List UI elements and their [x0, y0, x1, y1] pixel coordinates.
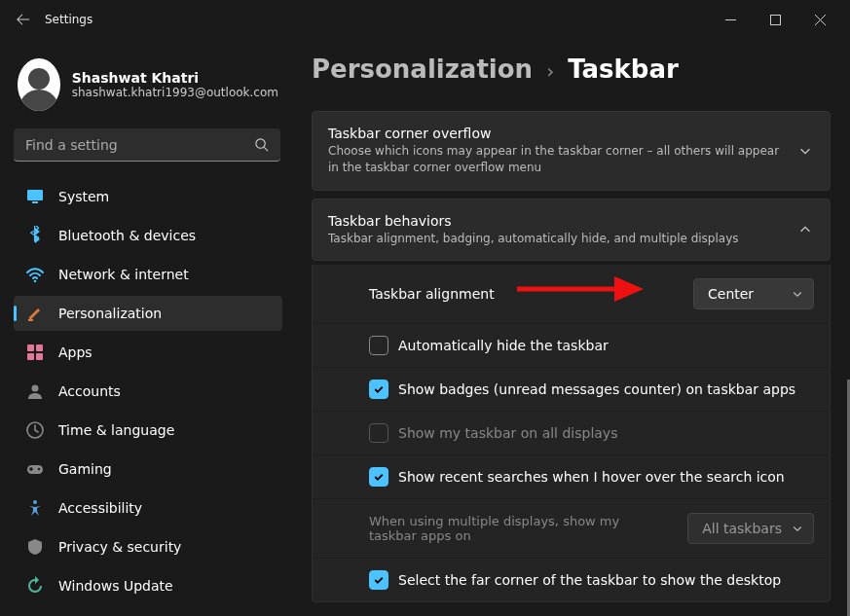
row-show-badges[interactable]: Show badges (unread messages counter) on…: [313, 368, 830, 412]
svg-rect-6: [27, 344, 34, 351]
bluetooth-icon: [25, 226, 45, 245]
svg-rect-7: [36, 344, 43, 351]
sidebar-item-label: Bluetooth & devices: [58, 228, 196, 243]
maximize-button[interactable]: [753, 4, 797, 35]
svg-point-13: [38, 468, 40, 470]
wifi-icon: [25, 265, 45, 284]
sidebar-item-label: Accessibility: [58, 500, 142, 516]
option-label: Automatically hide the taskbar: [398, 338, 609, 353]
apps-icon: [25, 343, 45, 362]
row-far-corner[interactable]: Select the far corner of the taskbar to …: [313, 559, 830, 601]
sidebar-item-bluetooth-devices[interactable]: Bluetooth & devices: [14, 218, 282, 253]
breadcrumb-current: Taskbar: [568, 54, 679, 84]
svg-marker-16: [614, 276, 644, 302]
sidebar-item-label: Network & internet: [58, 267, 189, 282]
svg-point-4: [34, 280, 37, 283]
card-title: Taskbar behaviors: [328, 213, 783, 229]
checkbox[interactable]: [369, 570, 388, 590]
sidebar-item-label: System: [58, 189, 109, 204]
chevron-down-icon: [792, 288, 803, 300]
sidebar-item-accessibility[interactable]: Accessibility: [14, 490, 282, 525]
svg-point-10: [32, 385, 39, 392]
svg-rect-8: [27, 353, 34, 360]
annotation-arrow: [517, 274, 644, 304]
checkbox: [369, 423, 388, 443]
profile-email: shashwat.khatri1993@outlook.com: [72, 86, 278, 99]
back-button[interactable]: [8, 4, 39, 35]
card-taskbar-behaviors[interactable]: Taskbar behaviors Taskbar alignment, bad…: [312, 199, 831, 262]
access-icon: [25, 498, 45, 518]
dropdown-value: Center: [708, 286, 754, 302]
dropdown-multi-display: All taskbars: [687, 513, 814, 544]
shield-icon: [25, 537, 45, 557]
chevron-down-icon: [798, 144, 812, 158]
search-icon: [254, 137, 269, 152]
avatar: [18, 58, 60, 111]
sidebar-item-label: Accounts: [58, 383, 121, 399]
chevron-up-icon: [798, 223, 812, 236]
person-icon: [25, 381, 45, 401]
row-multiple-displays: When using multiple displays, show my ta…: [313, 499, 830, 559]
row-recent-searches[interactable]: Show recent searches when I hover over t…: [313, 455, 830, 499]
sidebar-item-personalization[interactable]: Personalization: [14, 296, 282, 331]
monitor-icon: [25, 187, 45, 206]
breadcrumb: Personalization › Taskbar: [312, 54, 831, 84]
search-input[interactable]: [14, 128, 280, 162]
sidebar-item-label: Windows Update: [58, 578, 173, 594]
option-label: Show my taskbar on all displays: [398, 425, 617, 441]
profile-name: Shashwat Khatri: [72, 70, 278, 86]
sidebar-item-label: Apps: [58, 344, 92, 360]
clock-icon: [25, 420, 45, 440]
row-show-on-all-displays: Show my taskbar on all displays: [313, 412, 830, 455]
svg-rect-5: [28, 319, 33, 321]
option-label: Select the far corner of the taskbar to …: [398, 572, 781, 588]
row-taskbar-alignment: Taskbar alignment Center: [313, 265, 830, 324]
option-label: Show badges (unread messages counter) on…: [398, 381, 795, 397]
option-label: Taskbar alignment: [369, 286, 495, 302]
row-auto-hide[interactable]: Automatically hide the taskbar: [313, 324, 830, 368]
dropdown-value: All taskbars: [702, 521, 782, 536]
search-field[interactable]: [25, 137, 254, 153]
window-title: Settings: [45, 13, 92, 26]
svg-rect-3: [32, 201, 38, 203]
sidebar-item-label: Personalization: [58, 306, 162, 321]
sidebar-item-time-language[interactable]: Time & language: [14, 413, 282, 448]
sidebar-item-label: Time & language: [58, 422, 174, 438]
chevron-down-icon: [792, 523, 803, 534]
card-subtitle: Choose which icons may appear in the tas…: [328, 143, 783, 176]
sidebar-item-label: Privacy & security: [58, 539, 181, 555]
sidebar-item-windows-update[interactable]: Windows Update: [14, 568, 282, 603]
card-subtitle: Taskbar alignment, badging, automaticall…: [328, 231, 783, 247]
sidebar-item-accounts[interactable]: Accounts: [14, 374, 282, 409]
gamepad-icon: [25, 459, 45, 479]
svg-rect-2: [27, 190, 43, 200]
checkbox[interactable]: [369, 336, 388, 355]
sidebar-item-network-internet[interactable]: Network & internet: [14, 257, 282, 292]
brush-icon: [25, 304, 45, 323]
close-button[interactable]: [797, 4, 842, 35]
card-taskbar-corner-overflow[interactable]: Taskbar corner overflow Choose which ico…: [312, 111, 831, 191]
sidebar-item-label: Gaming: [58, 461, 112, 477]
svg-rect-0: [770, 15, 780, 24]
checkbox[interactable]: [369, 380, 388, 399]
chevron-right-icon: ›: [546, 59, 554, 83]
checkbox[interactable]: [369, 467, 388, 487]
update-icon: [25, 576, 45, 596]
option-label: When using multiple displays, show my ta…: [369, 514, 622, 543]
profile-block[interactable]: Shashwat Khatri shashwat.khatri1993@outl…: [14, 53, 282, 128]
sidebar-item-apps[interactable]: Apps: [14, 335, 282, 370]
breadcrumb-parent[interactable]: Personalization: [312, 54, 533, 84]
dropdown-taskbar-alignment[interactable]: Center: [693, 278, 814, 309]
card-title: Taskbar corner overflow: [328, 126, 783, 141]
sidebar-item-privacy-security[interactable]: Privacy & security: [14, 529, 282, 564]
minimize-button[interactable]: [708, 4, 753, 35]
sidebar-item-system[interactable]: System: [14, 179, 282, 214]
svg-point-1: [256, 139, 265, 148]
option-label: Show recent searches when I hover over t…: [398, 469, 785, 485]
sidebar-item-gaming[interactable]: Gaming: [14, 452, 282, 487]
svg-point-14: [33, 500, 37, 504]
svg-rect-9: [36, 353, 43, 360]
